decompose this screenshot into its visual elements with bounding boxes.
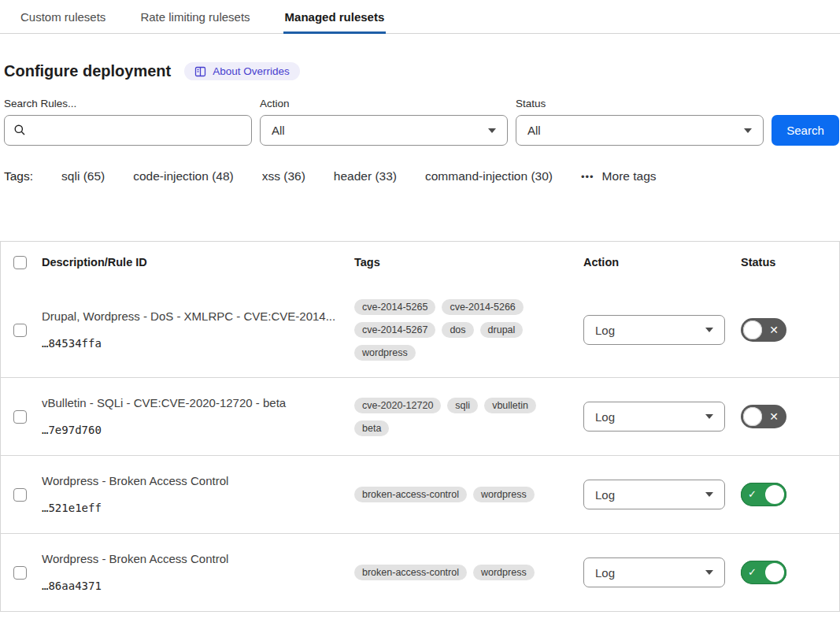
search-icon [13, 124, 26, 139]
rule-action-value: Log [595, 410, 615, 424]
tag-link-code-injection[interactable]: code-injection (48) [133, 169, 234, 183]
filter-bar: Search Rules... Action All Status All Se… [4, 98, 840, 146]
tag-pill: wordpress [354, 345, 416, 361]
row-checkbox[interactable] [13, 566, 27, 580]
toggle-knob [765, 563, 784, 582]
chevron-down-icon [705, 414, 713, 419]
rule-description: vBulletin - SQLi - CVE:CVE-2020-12720 - … [42, 394, 342, 412]
tag-pill: cve-2014-5265 [354, 299, 435, 315]
rule-tags: broken-access-controlwordpress [354, 487, 575, 502]
search-label: Search Rules... [4, 98, 252, 109]
toggle-state-icon: ✕ [769, 405, 779, 428]
about-overrides-link[interactable]: About Overrides [184, 62, 300, 80]
rule-status-toggle[interactable]: ✓ [741, 561, 786, 584]
tag-pill: broken-access-control [354, 565, 467, 580]
rule-status-toggle[interactable]: ✕ [741, 318, 786, 342]
chevron-down-icon [744, 128, 752, 133]
table-row: vBulletin - SQLi - CVE:CVE-2020-12720 - … [1, 377, 839, 455]
chevron-down-icon [705, 570, 713, 575]
page-title: Configure deployment [4, 62, 171, 80]
more-tags-button[interactable]: ••• More tags [581, 169, 657, 183]
rule-action-value: Log [595, 324, 615, 337]
table-header-row: Description/Rule ID Tags Action Status [1, 242, 839, 283]
rule-tags: cve-2014-5265cve-2014-5266cve-2014-5267d… [354, 299, 575, 361]
row-checkbox[interactable] [13, 488, 27, 502]
book-icon [194, 66, 206, 77]
action-field: Action All [260, 98, 508, 146]
tag-pill: wordpress [473, 487, 535, 502]
chevron-down-icon [488, 128, 496, 133]
rule-id: …7e97d760 [42, 421, 342, 439]
rule-status-toggle[interactable]: ✕ [741, 405, 786, 428]
page-header: Configure deployment About Overrides [4, 62, 840, 80]
chevron-down-icon [705, 328, 713, 332]
status-select-value: All [527, 124, 541, 137]
action-select[interactable]: All [260, 115, 508, 146]
rule-id: …521e1eff [42, 499, 342, 517]
action-label: Action [260, 98, 508, 109]
tag-link-sqli[interactable]: sqli (65) [61, 169, 105, 183]
tag-link-command-injection[interactable]: command-injection (30) [425, 169, 553, 183]
tag-pill: sqli [447, 398, 478, 413]
column-header-status: Status [741, 256, 839, 269]
select-all-checkbox[interactable] [13, 256, 27, 269]
toggle-knob [743, 320, 762, 339]
rule-tags: broken-access-controlwordpress [354, 565, 575, 580]
tag-pill: drupal [480, 322, 524, 338]
row-checkbox[interactable] [13, 410, 27, 424]
column-header-tags: Tags [354, 256, 583, 269]
rule-action-value: Log [595, 488, 615, 502]
table-row: Wordpress - Broken Access Control …521e1… [1, 455, 839, 533]
tag-pill: wordpress [473, 565, 535, 580]
toggle-state-icon: ✕ [769, 318, 779, 342]
rule-action-select[interactable]: Log [583, 480, 725, 509]
tag-link-xss[interactable]: xss (36) [262, 169, 305, 183]
tags-bar-label: Tags: [4, 169, 33, 183]
status-label: Status [516, 98, 764, 109]
rule-status-toggle[interactable]: ✓ [741, 483, 786, 506]
managed-rules-table: Description/Rule ID Tags Action Status D… [0, 241, 840, 612]
tag-pill: broken-access-control [354, 487, 467, 502]
tags-bar: Tags: sqli (65) code-injection (48) xss … [4, 169, 840, 183]
tag-pill: cve-2014-5267 [354, 322, 435, 338]
row-checkbox[interactable] [13, 324, 27, 337]
tab-custom-rulesets[interactable]: Custom rulesets [19, 0, 107, 34]
tag-pill: cve-2014-5266 [442, 299, 523, 315]
column-header-action: Action [583, 256, 741, 269]
chevron-down-icon [705, 492, 713, 497]
table-row: Wordpress - Broken Access Control …86aa4… [1, 533, 839, 611]
search-button[interactable]: Search [772, 115, 839, 146]
column-header-description: Description/Rule ID [42, 256, 354, 269]
toggle-knob [743, 407, 762, 426]
toggle-knob [765, 485, 784, 504]
status-select[interactable]: All [516, 115, 764, 146]
rule-id: …86aa4371 [42, 577, 342, 595]
tag-pill: beta [354, 420, 389, 436]
table-row: Drupal, Wordpress - DoS - XMLRPC - CVE:C… [1, 283, 839, 377]
action-select-value: All [272, 124, 285, 137]
tab-managed-rulesets[interactable]: Managed rulesets [283, 0, 387, 34]
tag-link-header[interactable]: header (33) [334, 169, 397, 183]
ellipsis-icon: ••• [581, 171, 594, 183]
toggle-state-icon: ✓ [748, 561, 757, 584]
rule-description: Wordpress - Broken Access Control [42, 550, 342, 568]
rule-description: Wordpress - Broken Access Control [42, 472, 342, 490]
about-overrides-label: About Overrides [213, 65, 290, 77]
rule-action-select[interactable]: Log [583, 557, 725, 587]
ruleset-tabs: Custom rulesets Rate limiting rulesets M… [0, 0, 840, 34]
tag-pill: vbulletin [484, 398, 536, 413]
rule-action-value: Log [595, 566, 615, 580]
tab-rate-limiting-rulesets[interactable]: Rate limiting rulesets [139, 0, 251, 34]
rule-action-select[interactable]: Log [583, 315, 725, 345]
search-input[interactable] [4, 115, 252, 146]
more-tags-label: More tags [602, 169, 657, 183]
toggle-state-icon: ✓ [748, 483, 757, 506]
rule-id: …84534ffa [42, 335, 342, 352]
status-field: Status All [516, 98, 764, 146]
search-field: Search Rules... [4, 98, 252, 146]
tag-pill: cve-2020-12720 [354, 398, 441, 413]
rule-description: Drupal, Wordpress - DoS - XMLRPC - CVE:C… [42, 308, 342, 325]
rule-tags: cve-2020-12720sqlivbulletinbeta [354, 398, 575, 436]
rule-action-select[interactable]: Log [583, 402, 725, 432]
tag-pill: dos [442, 322, 473, 338]
